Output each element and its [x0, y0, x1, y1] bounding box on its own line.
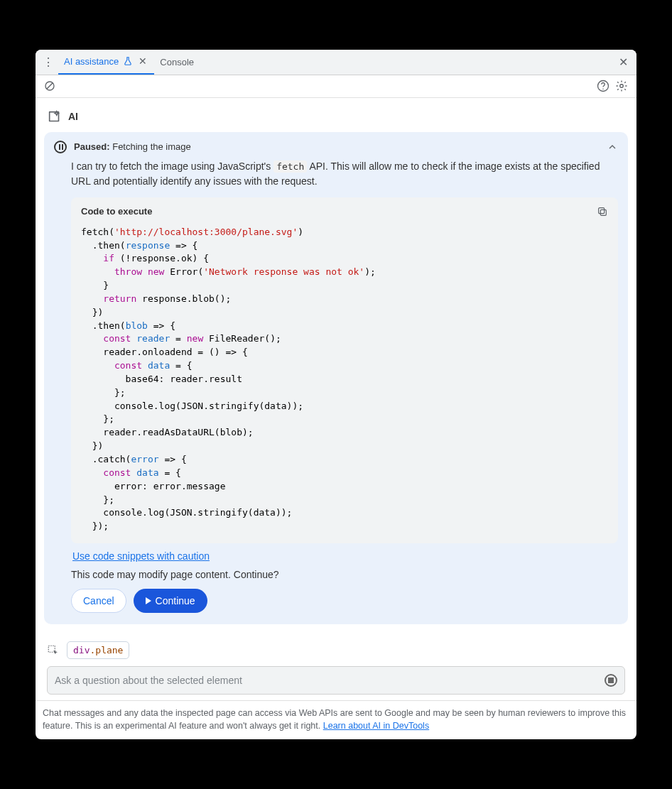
question-input[interactable]: Ask a question about the selected elemen… — [47, 666, 625, 695]
stop-icon[interactable] — [605, 674, 617, 687]
content-area: AI Paused: Fetching the image I can try … — [36, 98, 636, 700]
code-box: Code to execute fetch('http://localhost:… — [71, 197, 618, 543]
action-row: Cancel Continue — [44, 589, 628, 624]
card-description: I can try to fetch the image using JavaS… — [44, 159, 628, 197]
tab-label: Console — [160, 57, 194, 67]
svg-rect-6 — [599, 207, 605, 213]
input-placeholder: Ask a question about the selected elemen… — [55, 675, 605, 686]
cancel-button[interactable]: Cancel — [71, 589, 126, 613]
svg-line-1 — [47, 83, 53, 89]
copy-icon[interactable] — [597, 206, 608, 217]
panel-close-button[interactable]: ✕ — [613, 53, 634, 72]
play-icon — [146, 597, 151, 604]
selector-row: div.plane — [41, 636, 631, 666]
clear-icon[interactable] — [41, 77, 58, 94]
ai-sparkle-icon — [47, 109, 61, 124]
tab-label: AI assistance — [64, 56, 119, 67]
caution-row: Use code snippets with caution — [44, 543, 628, 569]
code-content: fetch('http://localhost:3000/plane.svg')… — [71, 223, 618, 543]
toolbar — [36, 75, 636, 98]
collapse-icon[interactable] — [607, 141, 618, 153]
devtools-window: ⋮ AI assistance ✕ Console ✕ — [36, 50, 636, 740]
settings-icon[interactable] — [612, 77, 631, 95]
footer-disclaimer: Chat messages and any data the inspected… — [36, 700, 636, 739]
paused-card: Paused: Fetching the image I can try to … — [44, 132, 628, 624]
flask-icon — [123, 56, 133, 66]
svg-point-3 — [602, 89, 604, 90]
element-picker-icon[interactable] — [47, 644, 60, 657]
selector-chip[interactable]: div.plane — [67, 641, 129, 659]
tab-ai-assistance[interactable]: AI assistance ✕ — [58, 50, 154, 75]
tab-bar: ⋮ AI assistance ✕ Console ✕ — [36, 50, 636, 75]
tab-console[interactable]: Console — [154, 50, 200, 75]
confirm-text: This code may modify page content. Conti… — [44, 569, 628, 589]
continue-button[interactable]: Continue — [134, 589, 207, 613]
ai-header: AI — [41, 107, 631, 132]
learn-link[interactable]: Learn about AI in DevTools — [323, 721, 429, 731]
input-row: Ask a question about the selected elemen… — [41, 666, 631, 700]
help-icon[interactable] — [594, 77, 612, 95]
pause-icon — [54, 141, 67, 153]
code-label: Code to execute — [81, 206, 152, 217]
card-header: Paused: Fetching the image — [44, 132, 628, 159]
more-menu-button[interactable]: ⋮ — [38, 53, 58, 72]
close-icon[interactable]: ✕ — [137, 55, 148, 67]
svg-rect-5 — [600, 210, 606, 215]
svg-point-4 — [620, 85, 624, 88]
card-title: Paused: Fetching the image — [74, 141, 191, 152]
ai-title: AI — [68, 111, 78, 122]
caution-link[interactable]: Use code snippets with caution — [72, 550, 210, 562]
